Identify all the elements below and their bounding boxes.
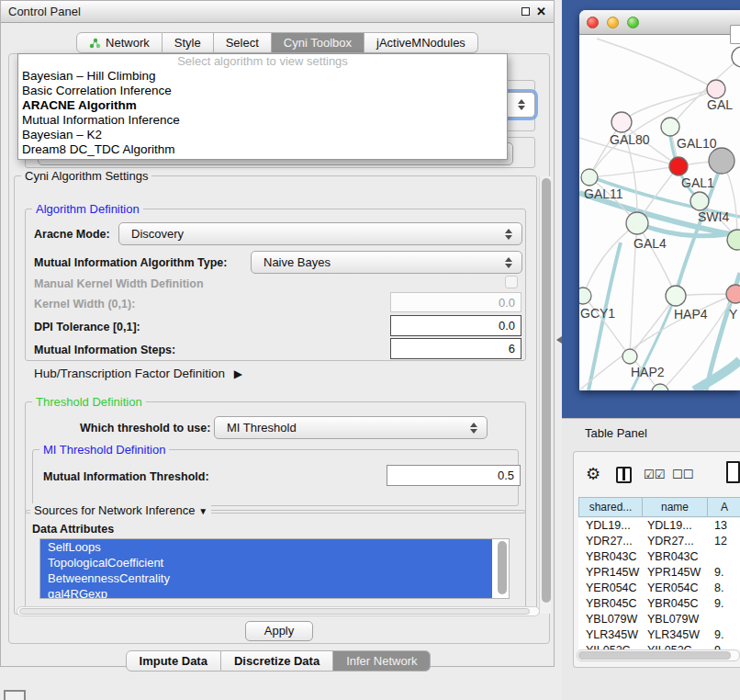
mac-zoom-button[interactable] <box>627 17 639 28</box>
deselect-all-icon[interactable]: ☐☐ <box>672 468 693 481</box>
table-row[interactable]: YBL079W YBL079W <box>578 612 740 627</box>
node-gal11[interactable] <box>581 169 598 186</box>
kernel-width-input[interactable] <box>390 292 521 312</box>
collapse-triangle-icon[interactable]: ▼ <box>198 506 207 516</box>
column-header-partial[interactable]: A <box>707 497 740 517</box>
network-canvas[interactable]: GAL GAL80 GAL10 GAL1 GAL11 GAL4 SWI4 GCY… <box>579 35 740 390</box>
node-y-partial[interactable] <box>726 285 740 303</box>
dpi-tolerance-label: DPI Tolerance [0,1]: <box>34 321 140 333</box>
tab-select[interactable]: Select <box>214 32 272 53</box>
control-panel-tabbar: Network Style Select Cyni Toolbox jActiv… <box>1 32 554 53</box>
mi-steps-input[interactable] <box>390 338 521 359</box>
node-hap2[interactable] <box>622 349 637 364</box>
settings-vertical-scrollbar[interactable] <box>539 176 551 614</box>
node-hap4[interactable] <box>666 286 686 306</box>
mi-type-combobox[interactable]: Naive Bayes <box>251 251 522 274</box>
table-row[interactable]: YLR345W YLR345W 9. <box>578 627 740 643</box>
network-window-titlebar[interactable] <box>579 10 740 35</box>
gear-icon[interactable]: ⚙ <box>586 464 600 484</box>
table-row[interactable]: YIL052C YIL052C 9 <box>578 643 740 649</box>
stepper-icon <box>518 99 526 110</box>
close-panel-icon[interactable]: ✕ <box>536 5 546 18</box>
cell-shared: YDR27... <box>578 534 643 549</box>
node-gal10[interactable] <box>661 118 679 136</box>
algorithm-option-bayesian-hill[interactable]: Bayesian – Hill Climbing <box>18 69 507 84</box>
tab-cyni-toolbox[interactable]: Cyni Toolbox <box>272 32 364 53</box>
mi-threshold-input[interactable] <box>387 465 521 486</box>
tab-discretize-data[interactable]: Discretize Data <box>221 650 333 672</box>
tab-impute-data[interactable]: Impute Data <box>126 650 221 672</box>
attribute-item-topologicalcoefficient[interactable]: TopologicalCoefficient <box>40 555 492 570</box>
cell-value: 9. <box>709 596 740 612</box>
settings-horizontal-scrollbar[interactable] <box>17 606 540 616</box>
settings-scrollbar-thumb[interactable] <box>542 178 551 603</box>
attribute-item-selfloops[interactable]: SelfLoops <box>40 539 492 555</box>
node-gray-large[interactable] <box>709 148 734 174</box>
node-label-gal4: GAL4 <box>633 236 667 251</box>
node-gal1-red[interactable] <box>669 157 688 175</box>
attribute-item-gal4rgexp[interactable]: gal4RGexp <box>40 586 492 599</box>
aracne-mode-combobox[interactable]: Discovery <box>118 222 522 245</box>
tab-style[interactable]: Style <box>163 32 214 53</box>
algorithm-option-mutual-information[interactable]: Mutual Information Inference <box>18 113 507 128</box>
tab-label: jActiveMNodules <box>376 33 465 52</box>
splitter-collapse-icon[interactable] <box>556 336 562 344</box>
mac-minimize-button[interactable] <box>607 17 619 28</box>
cell-name: YIL052C <box>643 643 709 649</box>
node-gal-partial[interactable] <box>707 80 725 98</box>
node-label-hap2: HAP2 <box>631 365 665 379</box>
dpi-tolerance-input[interactable] <box>390 315 521 336</box>
algorithm-option-aracne[interactable]: ARACNE Algorithm <box>18 98 507 113</box>
attribute-item-betweennesscentrality[interactable]: BetweennessCentrality <box>40 570 492 586</box>
float-window-icon[interactable] <box>521 7 530 16</box>
node-label-swi4: SWI4 <box>698 209 729 224</box>
node-gal80[interactable] <box>611 112 632 132</box>
cell-shared: YBL079W <box>578 612 643 627</box>
column-header-name[interactable]: name <box>642 497 708 517</box>
tab-infer-network[interactable]: Infer Network <box>333 650 431 672</box>
settings-hscrollbar-thumb[interactable] <box>19 608 530 615</box>
node-swi4[interactable] <box>690 192 709 210</box>
node-label-gal11: GAL11 <box>584 186 623 201</box>
node-label-gcy1: GCY1 <box>580 306 615 321</box>
expand-triangle-icon[interactable]: ▶ <box>234 367 242 380</box>
algorithm-option-basic-correlation[interactable]: Basic Correlation Inference <box>18 84 507 98</box>
apply-button[interactable]: Apply <box>245 621 313 641</box>
control-panel-titlebar[interactable]: Control Panel ✕ <box>1 1 554 23</box>
cell-value <box>709 612 740 627</box>
cell-value: 9. <box>709 627 740 643</box>
attribute-list-scrollbar-thumb[interactable] <box>498 541 507 594</box>
table-row[interactable]: YDR27... YDR27... 12 <box>578 534 740 549</box>
node-label-gal10: GAL10 <box>677 136 717 151</box>
table-horizontal-scrollbar[interactable] <box>577 649 740 661</box>
data-attributes-list[interactable]: SelfLoops TopologicalCoefficient Between… <box>39 538 510 599</box>
algorithm-option-bayesian-k2[interactable]: Bayesian – K2 <box>18 128 507 142</box>
columns-icon[interactable] <box>616 467 632 483</box>
select-all-icon[interactable]: ☑☑ <box>644 468 665 481</box>
table-row[interactable]: YDL19... YDL19... 13 <box>578 518 740 534</box>
table-row[interactable]: YBR043C YBR043C <box>578 549 740 565</box>
stepper-icon <box>505 257 513 268</box>
column-header-shared[interactable]: shared... <box>578 497 643 517</box>
doc-icon[interactable] <box>726 461 740 483</box>
node-gcy1[interactable] <box>579 288 591 304</box>
table-row[interactable]: YPR145W YPR145W 9. <box>578 565 740 581</box>
cell-value <box>709 549 740 565</box>
mac-close-button[interactable] <box>587 17 599 28</box>
hub-section-label[interactable]: Hub/Transcription Factor Definition ▶ <box>34 367 242 380</box>
table-hscrollbar-thumb[interactable] <box>578 651 731 660</box>
which-threshold-combobox[interactable]: MI Threshold <box>214 416 488 439</box>
manual-kernel-checkbox[interactable] <box>505 276 518 288</box>
table-panel: Table Panel ⚙ ☑☑ ☐☐ shared... name A YDL… <box>562 418 740 700</box>
aracne-mode-label: Aracne Mode: <box>34 228 110 241</box>
table-row[interactable]: YBR045C YBR045C 9. <box>578 596 740 612</box>
cell-shared: YBR045C <box>578 596 643 612</box>
table-row[interactable]: YER054C YER054C 8. <box>578 581 740 596</box>
hub-label-text: Hub/Transcription Factor Definition <box>34 367 225 380</box>
cell-shared: YDL19... <box>578 518 643 534</box>
algorithm-option-dream8[interactable]: Dream8 DC_TDC Algorithm <box>18 142 507 157</box>
tab-network[interactable]: Network <box>76 32 163 53</box>
sources-title[interactable]: Sources for Network Inference ▼ <box>30 503 211 517</box>
tab-jactivemnodules[interactable]: jActiveMNodules <box>364 32 478 53</box>
node-gal4[interactable] <box>626 212 648 234</box>
